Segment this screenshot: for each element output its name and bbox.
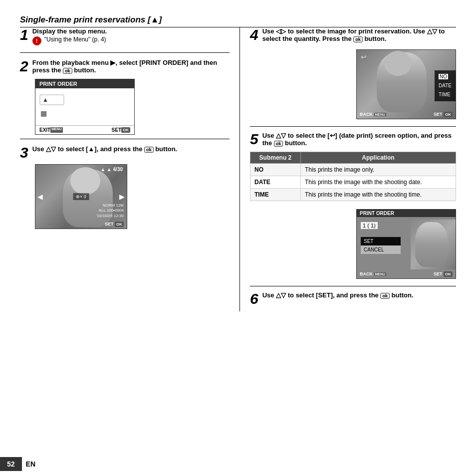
step-4-ok-badge: ok xyxy=(353,36,363,42)
row-date-label: DATE xyxy=(250,176,301,189)
step-6-footer-right: SET OK xyxy=(434,271,453,276)
step-6-image xyxy=(411,220,456,269)
step-4-footer-left: BACK MENU xyxy=(360,112,386,117)
step-6-count: 1 ( 1) xyxy=(361,222,378,229)
row-no-desc: This prints the image only. xyxy=(300,164,456,176)
step-2-ok-badge: ok xyxy=(63,68,72,74)
step-6-title: Use △▽ to select [SET], and press the ok… xyxy=(262,291,414,299)
note-icon: ! xyxy=(32,36,41,45)
step-6-po-header: PRINT ORDER xyxy=(357,210,456,217)
page-title: Single-frame print reservations [▲] xyxy=(20,15,456,25)
step-4: 4 Use ◁▷ to select the image for print r… xyxy=(250,27,456,127)
step-6: 6 Use △▽ to select [SET], and press the … xyxy=(250,291,456,306)
row-time-label: TIME xyxy=(250,189,301,201)
step-5-title: Use △▽ to select the [↩] (date print) sc… xyxy=(262,132,456,147)
step-3-left-arrow: ◀ xyxy=(37,193,43,201)
step-1-title: Display the setup menu. xyxy=(32,27,107,35)
step-1-note: ! "Using the Menu" (p. 4) xyxy=(32,36,107,45)
svg-text:▲: ▲ xyxy=(42,96,48,103)
step-4-title: Use ◁▷ to select the image for print res… xyxy=(262,27,456,42)
step-5: 5 Use △▽ to select the [↩] (date print) … xyxy=(250,132,456,286)
step-3-info: NORM 12M ALL 100▪0004 '10/10/26 12:30 xyxy=(96,203,124,219)
po-icon-1: ▲ xyxy=(39,94,130,107)
step-6-cancel: CANCEL xyxy=(361,245,401,254)
row-date-desc: This prints the image with the shooting … xyxy=(300,176,456,189)
step-5-rule xyxy=(250,286,456,286)
step-6-ok-badge: ok xyxy=(380,293,390,299)
step-6-footer-left: BACK MENU xyxy=(360,271,386,276)
step-3-right-arrow: ▶ xyxy=(119,193,125,201)
po-menu-badge: MENU xyxy=(50,127,63,133)
step-3-center: ⊕× 0 xyxy=(73,193,89,200)
step-1-rule xyxy=(20,52,230,53)
step-2: 2 From the playback menu ▶, select [PRIN… xyxy=(20,59,230,139)
step-3-number: 3 xyxy=(20,145,28,160)
step-4-menu: NO DATE TIME xyxy=(435,70,456,101)
page: Single-frame print reservations [▲] 1 Di… xyxy=(0,0,476,476)
step-3-frame-icon: ▲ xyxy=(100,167,105,172)
po-exit-label: EXIT xyxy=(39,127,50,133)
step-1-note-text: "Using the Menu" (p. 4) xyxy=(44,36,106,43)
step-4-footer-right: SET OK xyxy=(434,112,453,117)
step-3-ok-badge: ok xyxy=(144,147,154,153)
step-5-number: 5 xyxy=(250,132,258,147)
po-icon-2: ▦ xyxy=(39,109,130,119)
step-3-footer: SET OK xyxy=(105,222,124,227)
table-row: NO This prints the image only. xyxy=(250,164,456,176)
table-header-submenu: Submenu 2 xyxy=(250,152,301,164)
step-6-set: SET xyxy=(361,237,401,245)
print-order-header: PRINT ORDER xyxy=(35,79,134,88)
po-set-label: SET xyxy=(112,127,121,133)
page-footer: 52 EN xyxy=(0,457,476,471)
left-column: 1 Display the setup menu. ! "Using the M… xyxy=(20,27,230,311)
row-no-label: NO xyxy=(250,164,301,176)
step-6-number: 6 xyxy=(250,291,258,306)
step-2-rule xyxy=(20,139,230,139)
step-6-menu: SET CANCEL xyxy=(361,237,401,254)
menu-item-date: DATE xyxy=(439,81,452,90)
step-5-ok-badge: ok xyxy=(274,141,283,147)
step-3-overlay: ▲ ▲ 4/30 ⊕× 0 ◀ ▶ NORM 12M ALL 100▪0004 … xyxy=(35,165,127,229)
step-3: 3 Use △▽ to select [▲], and press the ok… xyxy=(20,145,230,229)
step-3-screen: ▲ ▲ 4/30 ⊕× 0 ◀ ▶ NORM 12M ALL 100▪0004 … xyxy=(35,164,127,229)
print-order-body: ▲ ▦ xyxy=(35,88,134,125)
table-header-application: Application xyxy=(300,152,456,164)
submenu-table: Submenu 2 Application NO This prints the… xyxy=(250,152,456,201)
step-1: 1 Display the setup menu. ! "Using the M… xyxy=(20,27,230,53)
step-4-top-icon: ↩ xyxy=(361,53,367,61)
page-lang: EN xyxy=(26,460,35,468)
menu-item-no: NO xyxy=(439,72,452,81)
step-4-screen: ↩ NO DATE TIME BACK MENU SET OK xyxy=(356,49,456,119)
right-column: 4 Use ◁▷ to select the image for print r… xyxy=(239,27,456,311)
step-2-title: From the playback menu ▶, select [PRINT … xyxy=(32,59,230,74)
step-2-screen: PRINT ORDER ▲ ▦ xyxy=(35,79,135,135)
po-ok-badge: OK xyxy=(121,127,130,133)
step-3-title: Use △▽ to select [▲], and press the ok b… xyxy=(32,145,178,153)
table-row: TIME This prints the image with the shoo… xyxy=(250,189,456,201)
menu-item-time: TIME xyxy=(439,90,452,99)
step-6-screen-preview: PRINT ORDER 1 ( 1) SET CANCEL BACK MENU xyxy=(356,209,456,279)
page-number: 52 xyxy=(0,457,22,471)
step-3-top-bar: ▲ ▲ 4/30 xyxy=(100,167,123,172)
step-4-rule xyxy=(250,126,456,127)
svg-text:▦: ▦ xyxy=(40,109,47,117)
step-4-number: 4 xyxy=(250,27,258,42)
table-row: DATE This prints the image with the shoo… xyxy=(250,176,456,189)
row-time-desc: This prints the image with the shooting … xyxy=(300,189,456,201)
print-order-footer: EXIT MENU SET OK xyxy=(35,125,134,134)
step-1-number: 1 xyxy=(20,27,28,42)
step-2-number: 2 xyxy=(20,59,28,74)
